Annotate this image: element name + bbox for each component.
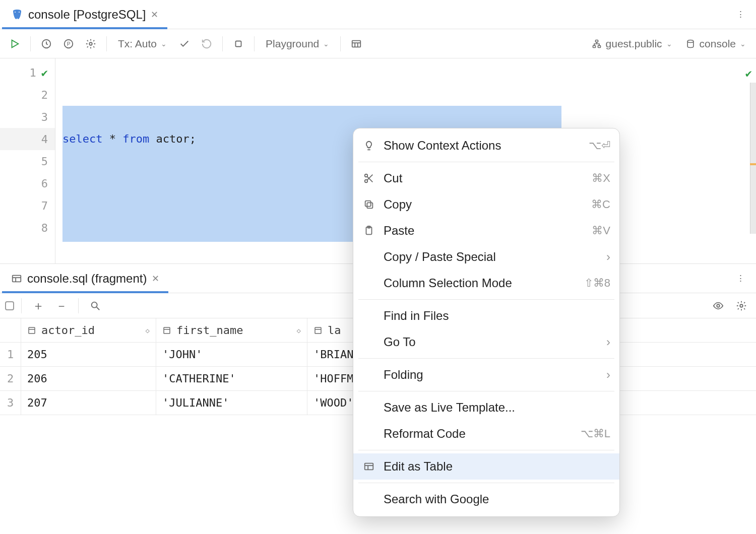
shortcut: ⌘V xyxy=(592,224,610,237)
rownum: 1 xyxy=(0,343,21,366)
submenu-icon: › xyxy=(606,250,610,264)
cell-actor-id[interactable]: 207 xyxy=(21,391,156,415)
menu-search-google[interactable]: Search with Google xyxy=(353,486,619,512)
svg-rect-32 xyxy=(365,201,371,207)
settings-icon[interactable] xyxy=(81,34,100,53)
menu-paste[interactable]: Paste ⌘V xyxy=(353,218,619,244)
menu-separator xyxy=(358,162,614,162)
svg-point-28 xyxy=(365,180,368,183)
sort-icon[interactable]: ◇ xyxy=(146,326,150,335)
table-settings-icon[interactable] xyxy=(732,296,751,315)
check-icon: ✔ xyxy=(41,66,48,79)
header-actor-id[interactable]: actor_id ◇ xyxy=(21,318,156,342)
datasource-icon xyxy=(685,39,696,49)
clipboard-icon xyxy=(362,225,375,236)
session-dropdown[interactable]: console ⌄ xyxy=(680,38,751,50)
menu-separator xyxy=(358,391,614,391)
inspection-ok-icon[interactable]: ✔ xyxy=(745,62,752,85)
marker xyxy=(750,163,756,165)
close-icon[interactable]: ✕ xyxy=(152,273,159,284)
editor-tab-console[interactable]: console [PostgreSQL] ✕ xyxy=(2,0,167,29)
close-icon[interactable]: ✕ xyxy=(151,9,158,20)
column-icon xyxy=(162,326,171,335)
rollback-icon[interactable] xyxy=(197,34,216,53)
add-row-button[interactable]: ＋ xyxy=(29,296,48,315)
shortcut: ⌘C xyxy=(591,198,610,211)
shortcut: ⌥⌘L xyxy=(581,427,610,440)
menu-copy[interactable]: Copy ⌘C xyxy=(353,191,619,218)
menu-label: Save as Live Template... xyxy=(384,400,515,415)
copy-icon xyxy=(362,199,375,210)
schema-dropdown[interactable]: guest.public ⌄ xyxy=(587,38,677,50)
run-button[interactable] xyxy=(5,34,24,53)
svg-rect-10 xyxy=(595,40,598,42)
svg-rect-5 xyxy=(236,41,241,46)
header-label: actor_id xyxy=(41,324,95,337)
header-rownum[interactable] xyxy=(0,318,21,342)
shortcut: ⌘X xyxy=(592,172,610,185)
menu-show-context-actions[interactable]: Show Context Actions ⌥⏎ xyxy=(353,132,619,159)
search-icon[interactable] xyxy=(86,296,105,315)
more-icon[interactable]: ⋮ xyxy=(727,273,754,284)
line-number: 4 xyxy=(41,133,48,146)
menu-label: Copy xyxy=(384,197,412,212)
stop-icon[interactable] xyxy=(229,34,248,53)
rownum: 2 xyxy=(0,367,21,390)
header-first-name[interactable]: first_name ◇ xyxy=(156,318,307,342)
cell-first-name[interactable]: 'JULIANNE' xyxy=(156,391,307,415)
separator xyxy=(254,36,255,51)
menu-go-to[interactable]: Go To › xyxy=(353,329,619,355)
separator xyxy=(222,36,223,51)
explain-plan-icon[interactable]: P xyxy=(59,34,78,53)
editor-scrollbar[interactable] xyxy=(750,83,756,234)
editor-tab-title: console [PostgreSQL] xyxy=(28,8,146,22)
preview-icon[interactable] xyxy=(709,296,728,315)
menu-separator xyxy=(358,358,614,359)
cell-actor-id[interactable]: 206 xyxy=(21,367,156,390)
shortcut: ⇧⌘8 xyxy=(584,277,610,290)
remove-row-button[interactable]: － xyxy=(52,296,71,315)
cell-actor-id[interactable]: 205 xyxy=(21,343,156,366)
menu-folding[interactable]: Folding › xyxy=(353,362,619,388)
svg-rect-23 xyxy=(164,327,170,333)
menu-copy-paste-special[interactable]: Copy / Paste Special › xyxy=(353,244,619,270)
editor-gutter: 1✔ 2 3 4 5 6 7 8 xyxy=(0,58,55,263)
resolve-mode-dropdown[interactable]: Playground ⌄ xyxy=(261,38,334,50)
scissors-icon xyxy=(362,173,375,184)
menu-reformat-code[interactable]: Reformat Code ⌥⌘L xyxy=(353,421,619,447)
sort-icon[interactable]: ◇ xyxy=(297,326,301,335)
header-label: la xyxy=(328,324,341,337)
menu-column-selection-mode[interactable]: Column Selection Mode ⇧⌘8 xyxy=(353,270,619,296)
menu-find-in-files[interactable]: Find in Files xyxy=(353,303,619,329)
commit-icon[interactable] xyxy=(175,34,194,53)
history-icon[interactable] xyxy=(37,34,56,53)
menu-label: Edit as Table xyxy=(384,459,453,474)
cell-first-name[interactable]: 'JOHN' xyxy=(156,343,307,366)
tx-mode-label: Tx: Auto xyxy=(118,38,157,50)
menu-edit-as-table[interactable]: Edit as Table xyxy=(353,453,619,480)
output-layout-icon[interactable] xyxy=(347,34,366,53)
result-tab-fragment[interactable]: console.sql (fragment) ✕ xyxy=(2,264,168,293)
column-icon xyxy=(313,326,323,335)
shortcut: ⌥⏎ xyxy=(589,139,610,152)
header-label: first_name xyxy=(176,324,243,337)
bulb-icon xyxy=(362,140,375,151)
resolve-mode-label: Playground xyxy=(266,38,319,50)
menu-save-live-template[interactable]: Save as Live Template... xyxy=(353,394,619,421)
menu-separator xyxy=(358,483,614,483)
separator xyxy=(106,36,107,51)
tx-mode-dropdown[interactable]: Tx: Auto ⌄ xyxy=(113,38,172,50)
svg-line-18 xyxy=(97,307,100,310)
svg-point-20 xyxy=(740,304,743,307)
submenu-icon: › xyxy=(606,368,610,382)
select-all-checkbox[interactable] xyxy=(5,301,14,310)
chevron-down-icon: ⌄ xyxy=(740,40,746,48)
menu-cut[interactable]: Cut ⌘X xyxy=(353,165,619,191)
chevron-down-icon: ⌄ xyxy=(323,40,329,48)
menu-label: Column Selection Mode xyxy=(384,276,512,290)
line-number: 5 xyxy=(41,155,48,168)
submenu-icon: › xyxy=(606,335,610,349)
more-icon[interactable]: ⋮ xyxy=(727,9,754,20)
svg-point-17 xyxy=(92,302,97,307)
cell-first-name[interactable]: 'CATHERINE' xyxy=(156,367,307,390)
